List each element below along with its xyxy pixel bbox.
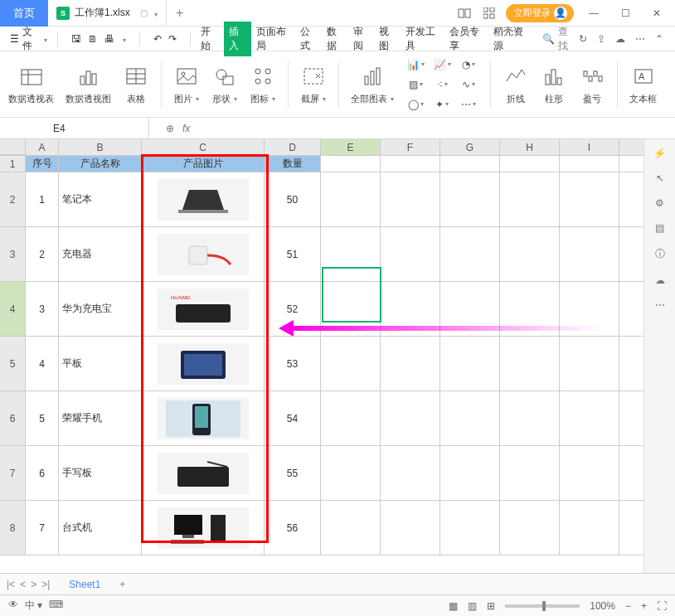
chart-mini-bar-icon[interactable]: 📊 — [405, 56, 425, 73]
add-sheet-button[interactable]: + — [119, 579, 125, 590]
cell-product-name[interactable]: 荣耀手机 — [59, 391, 142, 445]
col-header-C[interactable]: C — [142, 139, 265, 155]
pivot-chart-button[interactable]: 数据透视图 — [66, 63, 111, 105]
side-help-icon[interactable]: ⓘ — [655, 247, 665, 261]
tab-formula[interactable]: 公式 — [297, 22, 322, 56]
status-lang-icon[interactable]: 中 ▾ — [25, 599, 42, 613]
maximize-button[interactable]: ☐ — [614, 2, 637, 25]
row-header-3[interactable]: 3 — [0, 227, 26, 281]
cell-qty[interactable]: 56 — [265, 501, 321, 555]
view-normal-icon[interactable]: ▦ — [449, 600, 458, 612]
col-header-F[interactable]: F — [381, 139, 440, 155]
home-tab[interactable]: 首页 — [0, 0, 48, 27]
col-header-A[interactable]: A — [26, 139, 59, 155]
side-settings-icon[interactable]: ⚙ — [655, 197, 664, 209]
cell-product-image[interactable] — [142, 337, 265, 390]
chart-mini-line-icon[interactable]: 📈 — [432, 56, 452, 73]
status-view-icon[interactable]: 👁 — [8, 599, 18, 613]
cell-product-name[interactable]: 台式机 — [59, 501, 142, 555]
login-button[interactable]: 立即登录 👤 — [506, 4, 574, 22]
file-menu[interactable]: ☰ 文件 — [7, 25, 51, 53]
status-keyboard-icon[interactable]: ⌨ — [49, 599, 63, 613]
row-header-2[interactable]: 2 — [0, 172, 26, 226]
sheet-nav-first[interactable]: |< — [7, 579, 15, 590]
view-pagebreak-icon[interactable]: ⊞ — [487, 600, 495, 612]
cell-product-image[interactable] — [142, 446, 265, 500]
zoom-level[interactable]: 100% — [590, 600, 615, 612]
sheet-nav-prev[interactable]: < — [20, 579, 26, 590]
row-header-5[interactable]: 5 — [0, 337, 26, 390]
tab-resources[interactable]: 稻壳资源 — [490, 22, 532, 56]
sparkline-column-button[interactable]: 柱形 — [541, 63, 567, 105]
cell-product-name[interactable]: 笔记本 — [59, 172, 142, 226]
shape-button[interactable]: 形状 — [211, 63, 238, 105]
col-header-I[interactable]: I — [560, 139, 619, 155]
view-pagelayout-icon[interactable]: ▥ — [468, 600, 477, 612]
more-icon[interactable]: ⋯ — [635, 33, 645, 45]
col-header-G[interactable]: G — [440, 139, 500, 155]
file-tab[interactable]: S 工作簿1.xlsx ▢ — [48, 0, 167, 27]
undo-icon[interactable]: ↶ — [153, 33, 162, 45]
reader-mode-icon[interactable] — [456, 5, 473, 22]
name-box[interactable]: E4 — [0, 118, 149, 138]
screenshot-button[interactable]: 截屏 — [300, 63, 327, 105]
cell-product-name[interactable]: 手写板 — [59, 446, 142, 500]
save-as-icon[interactable]: 🗎 — [88, 33, 98, 45]
cell-seq[interactable]: 1 — [26, 172, 59, 226]
cell-seq[interactable]: 6 — [26, 446, 59, 500]
row-header-4[interactable]: 4 — [0, 282, 26, 336]
cell-qty[interactable]: 52 — [265, 282, 321, 336]
sync-icon[interactable]: ↻ — [579, 33, 587, 45]
zoom-out-icon[interactable]: − — [625, 600, 631, 612]
cell-C1[interactable]: 产品图片 — [142, 156, 265, 172]
side-layout-icon[interactable]: ▤ — [655, 222, 664, 234]
textbox-button[interactable]: A 文本框 — [629, 63, 657, 105]
zoom-slider[interactable] — [505, 604, 580, 608]
print-icon[interactable]: 🖶 — [104, 33, 114, 45]
search-box[interactable]: 🔍 查找 — [542, 25, 575, 53]
side-cursor-icon[interactable]: ↖ — [656, 172, 664, 184]
minimize-button[interactable]: — — [582, 2, 605, 25]
row-header-8[interactable]: 8 — [0, 501, 26, 555]
cell-qty[interactable]: 50 — [265, 172, 321, 226]
apps-icon[interactable] — [481, 5, 498, 22]
tab-insert[interactable]: 插入 — [224, 22, 252, 56]
zoom-icon[interactable]: ⊕ — [166, 123, 174, 134]
cell-product-image[interactable] — [142, 501, 265, 555]
cell-B1[interactable]: 产品名称 — [59, 156, 142, 172]
save-icon[interactable]: 🖫 — [71, 33, 81, 45]
fullscreen-icon[interactable]: ⛶ — [657, 600, 667, 612]
chart-mini-scatter-icon[interactable]: ⁖ — [432, 76, 452, 93]
cell-product-image[interactable] — [142, 391, 265, 445]
cell-D1[interactable]: 数量 — [265, 156, 321, 172]
all-charts-button[interactable]: 全部图表 — [351, 63, 394, 105]
tab-devtools[interactable]: 开发工具 — [402, 22, 444, 56]
cell-product-image[interactable]: HUAWEI — [142, 282, 265, 336]
new-tab-button[interactable]: + — [167, 6, 193, 21]
tab-pin-icon[interactable]: ▢ — [140, 8, 148, 17]
tab-start[interactable]: 开始 — [197, 22, 222, 56]
collapse-ribbon-icon[interactable]: ⌃ — [655, 33, 663, 45]
cell-seq[interactable]: 5 — [26, 391, 59, 445]
tab-data[interactable]: 数据 — [323, 22, 348, 56]
side-cloud-icon[interactable]: ☁ — [655, 274, 665, 286]
chart-mini-doughnut-icon[interactable]: ◯ — [405, 96, 425, 113]
cell-product-name[interactable]: 华为充电宝 — [59, 282, 142, 336]
row-header-6[interactable]: 6 — [0, 391, 26, 445]
tab-review[interactable]: 审阅 — [350, 22, 375, 56]
picture-button[interactable]: 图片 — [173, 63, 200, 105]
tab-member[interactable]: 会员专享 — [446, 22, 488, 56]
cell-qty[interactable]: 53 — [265, 337, 321, 390]
spreadsheet-grid[interactable]: A B C D E F G H I 1 序号 产品名称 产品图片 数量 21笔记… — [0, 139, 643, 573]
chart-mini-radar-icon[interactable]: ✦ — [432, 96, 452, 113]
col-header-H[interactable]: H — [500, 139, 560, 155]
col-header-E[interactable]: E — [321, 139, 381, 155]
cell-A1[interactable]: 序号 — [26, 156, 59, 172]
icon-button[interactable]: 图标 — [250, 63, 276, 105]
cell-qty[interactable]: 51 — [265, 227, 321, 281]
side-more-icon[interactable]: ⋯ — [655, 299, 665, 311]
redo-icon[interactable]: ↷ — [168, 33, 177, 45]
close-button[interactable]: ✕ — [645, 2, 668, 25]
chart-mini-pie-icon[interactable]: ◔ — [459, 56, 478, 73]
chart-mini-stock-icon[interactable]: ∿ — [459, 76, 478, 93]
